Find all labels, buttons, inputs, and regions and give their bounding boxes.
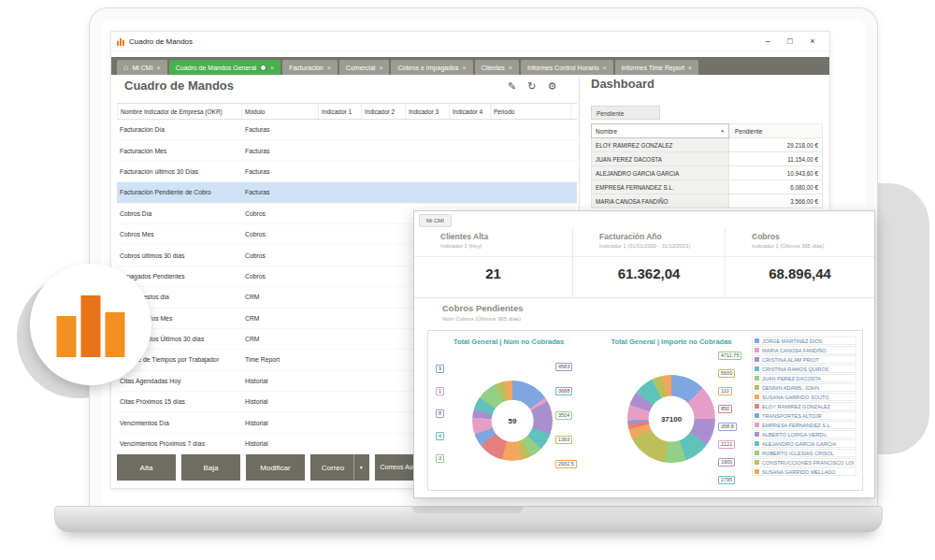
cell-empty <box>319 392 362 411</box>
tab-cobros-e-impagados[interactable]: Cobros e Impagados× <box>391 60 472 75</box>
bar-chart-bar <box>106 312 125 357</box>
dashboard-table: Nombre ▼ Pendiente ELOY RAMIREZ GONZALEZ… <box>591 123 823 208</box>
legend-item[interactable]: DENNIN ADAMS, JOHN <box>752 383 856 392</box>
cell-module: Historial <box>242 371 319 391</box>
minimize-button[interactable]: – <box>756 32 779 50</box>
button-baja[interactable]: Baja <box>181 454 240 481</box>
close-button[interactable]: × <box>801 32 824 50</box>
chart-callout: 3504 <box>555 411 572 420</box>
legend-swatch <box>755 376 759 381</box>
legend-item[interactable]: ROBERTO IGLESIAS CRISOL <box>752 449 856 457</box>
legend-item[interactable]: CRISTINA RAMOS QUIROS <box>752 365 856 373</box>
cell-name: Citas Próximos 15 días <box>117 392 242 411</box>
debtor-amount: 10.943,60 € <box>729 166 823 180</box>
debtor-name: ELOY RAMIREZ GONZALEZ <box>591 138 729 152</box>
tab-close-icon[interactable]: × <box>270 65 274 71</box>
cell-name: Cobros últimos 30 días <box>117 245 242 265</box>
settings-icon[interactable]: ⚙ <box>547 80 556 93</box>
legend-label: ROBERTO IGLESIAS CRISOL <box>762 451 834 456</box>
dashboard-row[interactable]: EMPRESA FERNANDEZ S.L.6.080,00 € <box>591 180 823 194</box>
column-header: Periodo <box>491 104 571 119</box>
name-column-dropdown[interactable]: Nombre ▼ <box>591 123 729 138</box>
laptop-notch <box>411 506 524 513</box>
legend-item[interactable]: ALBERTO LORIGA VERDU <box>752 430 856 438</box>
chart-callout: 358,8 <box>718 423 737 431</box>
cell-empty <box>319 224 362 244</box>
table-row[interactable]: Facturación MesFacturas <box>117 140 577 161</box>
dashboard-row[interactable]: MARIA CANOSA FANDIÑO3.566,00 € <box>591 194 823 208</box>
legend-item[interactable]: JORGE MARTINEZ DIOS <box>752 337 856 345</box>
dropdown-arrow-icon[interactable]: ▼ <box>353 454 367 481</box>
cell-module: CRM <box>242 329 319 349</box>
tab-close-icon[interactable]: × <box>462 65 466 71</box>
legend-label: JUAN PEREZ DACOSTA <box>762 376 821 381</box>
tab-facturaci-n[interactable]: Facturación× <box>282 60 338 75</box>
cell-empty <box>362 371 406 391</box>
tab-mi-cmi[interactable]: ⌂Mi CMI× <box>117 60 167 75</box>
cell-empty <box>362 434 406 453</box>
table-row[interactable]: Facturación últimos 30 DíasFacturas <box>117 162 577 182</box>
tab-clientes[interactable]: Clientes× <box>475 60 519 75</box>
column-header: Módulo <box>242 104 319 119</box>
table-row[interactable]: Facturación Pendiente de CobroFacturas <box>117 182 577 203</box>
legend-item[interactable]: ALEJANDRO GARCIA GARCIA <box>752 439 856 448</box>
cell-empty <box>319 329 362 349</box>
tab-close-icon[interactable]: × <box>509 65 512 71</box>
legend-swatch <box>755 404 759 409</box>
maximize-button[interactable]: □ <box>779 32 801 50</box>
debtor-name: ALEJANDRO GARCIA GARCIA <box>591 166 729 180</box>
debtor-amount: 6.080,00 € <box>729 180 823 194</box>
legend-item[interactable]: ELOY RAMIREZ GONZALEZ <box>752 402 856 410</box>
tab-comercial[interactable]: Comercial× <box>339 60 390 75</box>
edit-chart-icon[interactable]: ✎ <box>508 80 516 93</box>
legend-item[interactable]: TRANSPORTES ALTDJR <box>752 411 856 420</box>
tab-close-icon[interactable]: × <box>688 65 692 71</box>
kpi-header: Clientes AltaIndicador 1 (Hoy) <box>414 227 572 257</box>
dashboard-row[interactable]: JUAN PEREZ DACOSTA11.154,00 € <box>591 152 823 166</box>
refresh-icon[interactable]: ↻ <box>527 80 536 93</box>
tab-informes-time-report[interactable]: Informes Time Report× <box>615 60 698 75</box>
legend-item[interactable]: MARIA CANOSA FANDIÑO <box>752 346 856 354</box>
dashboard-row[interactable]: ELOY RAMIREZ GONZALEZ29.218,00 € <box>591 138 823 152</box>
tab-informes-control-horario[interactable]: Informes Control Horario× <box>521 60 613 75</box>
button-alta[interactable]: Alta <box>117 454 176 481</box>
tab-close-icon[interactable]: × <box>379 65 382 71</box>
dashboard-row[interactable]: ALEJANDRO GARCIA GARCIA10.943,60 € <box>591 166 823 180</box>
legend-item[interactable]: EMPRESA FERNANDEZ S.L. <box>752 421 856 429</box>
legend-label: SUSANA GARRIDO MELLADO <box>762 469 836 475</box>
legend-item[interactable]: SUSANA GARRIDO SOUTO <box>752 393 856 401</box>
legend-item[interactable]: JUAN PEREZ DACOSTA <box>752 374 856 382</box>
legend-item[interactable]: CONSTRUCCIONES FRANCISCO LOPEZ <box>752 458 856 467</box>
tab-cuadro-de-mandos-general[interactable]: Cuadro de Mandos General× <box>169 60 280 75</box>
button-correo[interactable]: Correo▼ <box>310 454 369 481</box>
kpi-value: 21 <box>414 266 572 281</box>
button-modificar[interactable]: Modificar <box>246 454 305 481</box>
dashboard-title: Dashboard <box>591 77 654 91</box>
cell-name: Cobros Día <box>117 204 242 223</box>
tab-close-icon[interactable]: × <box>327 65 331 71</box>
cell-empty <box>319 371 362 391</box>
dashboard-table-header: Nombre ▼ Pendiente <box>591 123 823 138</box>
cell-name: Vencimientos Día <box>117 412 242 432</box>
donut1-total: 59 <box>492 400 534 442</box>
mi-cmi-tab[interactable]: Mi CMI <box>419 214 452 227</box>
cell-name: Facturación últimos 30 Días <box>117 162 242 181</box>
cell-name: Vencimientos Próximos 7 días <box>117 434 242 453</box>
legend-item[interactable]: SUSANA GARRIDO MELLADO <box>752 467 856 476</box>
kpi-subtitle: Indicador 1 (01/01/2000 - 31/12/2021) <box>599 243 721 249</box>
legend-label: ELOY RAMIREZ GONZALEZ <box>762 404 830 409</box>
cell-module: Cobros <box>242 245 319 265</box>
tab-label: Clientes <box>482 65 505 71</box>
column-header: Indicador 3 <box>406 104 450 119</box>
cell-module: Facturas <box>242 162 319 181</box>
tab-close-icon[interactable]: × <box>603 65 607 71</box>
cell-empty <box>319 266 362 286</box>
table-row[interactable]: Facturación DíaFacturas <box>117 120 577 140</box>
legend-item[interactable]: CRISTINA ALAM PRIOT <box>752 355 856 364</box>
button-label: Correo <box>312 454 353 481</box>
cell-empty <box>362 204 406 223</box>
section-subtitle: Núm Cobros (Últimos 365 días) <box>442 316 521 322</box>
tab-close-icon[interactable]: × <box>157 65 161 71</box>
dashboard-filter[interactable]: Pendiente <box>591 106 660 120</box>
legend-label: JORGE MARTINEZ DIOS <box>762 338 823 344</box>
